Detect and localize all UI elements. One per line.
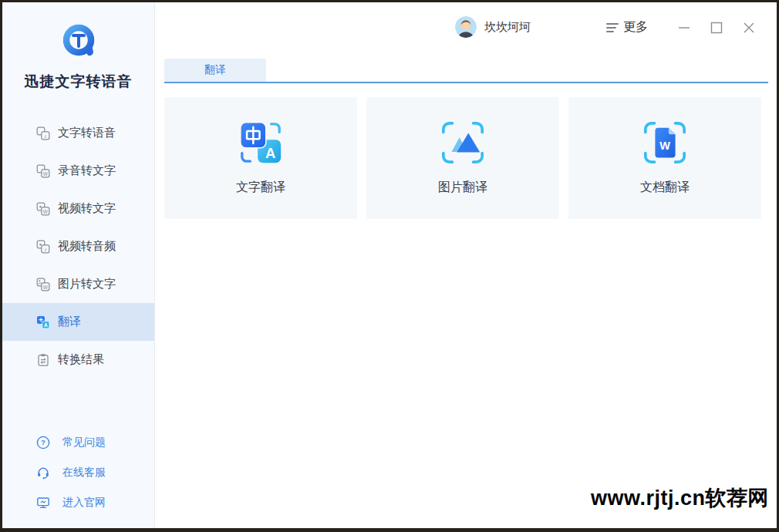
- app-window: 迅捷文字转语音 ♪ 文字转语音 W 录音转文字 W 视频转文字: [0, 0, 779, 532]
- sidebar-nav: ♪ 文字转语音 W 录音转文字 W 视频转文字 ♪ 视频转音频: [2, 114, 154, 379]
- card-document-translate[interactable]: W 文档翻译: [568, 97, 761, 219]
- card-label: 文档翻译: [640, 180, 690, 196]
- document-translate-icon: W: [641, 119, 689, 167]
- sidebar-item-video-to-audio[interactable]: ♪ 视频转音频: [2, 227, 154, 265]
- svg-text:W: W: [659, 140, 670, 152]
- menu-lines-icon: [606, 22, 619, 33]
- user-account[interactable]: 坎坎坷坷: [455, 16, 531, 38]
- card-text-translate[interactable]: A 文字翻译: [164, 97, 357, 219]
- sidebar-footer: ? 常见问题 在线客服 进入官网: [2, 427, 154, 517]
- svg-text:W: W: [43, 284, 49, 289]
- more-button[interactable]: 更多: [606, 19, 648, 35]
- close-button[interactable]: [740, 19, 757, 36]
- conversion-results-icon: [36, 353, 50, 367]
- card-label: 图片翻译: [438, 180, 487, 196]
- svg-text:A: A: [44, 322, 48, 328]
- minimize-button[interactable]: [676, 19, 693, 36]
- sidebar-item-label: 转换结果: [58, 352, 104, 367]
- headset-icon: [36, 466, 50, 480]
- svg-text:A: A: [265, 145, 275, 161]
- svg-text:W: W: [43, 208, 49, 214]
- faq-label: 常见问题: [62, 436, 106, 450]
- customer-service-link[interactable]: 在线客服: [2, 457, 154, 487]
- sidebar-item-video-to-text[interactable]: W 视频转文字: [2, 190, 154, 227]
- tab-underline: [164, 82, 768, 83]
- audio-to-text-icon: W: [36, 164, 50, 178]
- sidebar-item-label: 文字转语音: [58, 126, 116, 140]
- sidebar-item-conversion-results[interactable]: 转换结果: [2, 341, 154, 379]
- card-label: 文字翻译: [236, 180, 285, 196]
- image-translate-icon: [439, 119, 487, 167]
- sidebar-item-audio-to-text[interactable]: W 录音转文字: [2, 152, 154, 190]
- translate-icon: A: [36, 315, 50, 329]
- more-label: 更多: [623, 19, 648, 35]
- svg-text:♪: ♪: [44, 245, 47, 252]
- sidebar-item-label: 图片转文字: [58, 277, 116, 291]
- sidebar-item-label: 翻译: [58, 315, 81, 329]
- watermark: www.rjtj.cn软荐网: [583, 480, 775, 517]
- sidebar-item-label: 视频转音频: [58, 239, 116, 254]
- svg-text:?: ?: [41, 438, 46, 446]
- svg-text:W: W: [43, 170, 49, 176]
- main-area: 坎坎坷坷 更多 翻译: [156, 2, 777, 528]
- title-bar: 坎坎坷坷 更多: [156, 2, 777, 53]
- video-to-text-icon: W: [36, 202, 50, 216]
- avatar: [455, 16, 477, 38]
- text-to-speech-icon: ♪: [36, 126, 50, 140]
- video-to-audio-icon: ♪: [36, 240, 50, 254]
- sidebar: 迅捷文字转语音 ♪ 文字转语音 W 录音转文字 W 视频转文字: [2, 2, 155, 528]
- official-website-label: 进入官网: [62, 496, 106, 510]
- app-logo-icon: [60, 22, 97, 59]
- text-translate-icon: A: [237, 119, 285, 167]
- image-to-text-icon: W: [36, 278, 50, 291]
- sidebar-item-label: 录音转文字: [58, 163, 116, 178]
- app-title: 迅捷文字转语音: [2, 72, 154, 92]
- sidebar-item-text-to-speech[interactable]: ♪ 文字转语音: [2, 114, 154, 152]
- faq-link[interactable]: ? 常见问题: [2, 427, 154, 457]
- website-icon: [36, 496, 50, 510]
- sidebar-item-translate[interactable]: A 翻译: [2, 303, 154, 341]
- sidebar-item-image-to-text[interactable]: W 图片转文字: [2, 265, 154, 303]
- maximize-button[interactable]: [708, 19, 725, 36]
- app-logo: 迅捷文字转语音: [2, 22, 154, 92]
- tab-translate[interactable]: 翻译: [164, 59, 266, 82]
- username: 坎坎坷坷: [484, 20, 531, 35]
- official-website-link[interactable]: 进入官网: [2, 487, 154, 517]
- customer-service-label: 在线客服: [62, 466, 106, 480]
- card-image-translate[interactable]: 图片翻译: [366, 97, 559, 219]
- svg-text:♪: ♪: [44, 132, 47, 139]
- question-icon: ?: [36, 436, 50, 450]
- sidebar-item-label: 视频转文字: [58, 201, 116, 216]
